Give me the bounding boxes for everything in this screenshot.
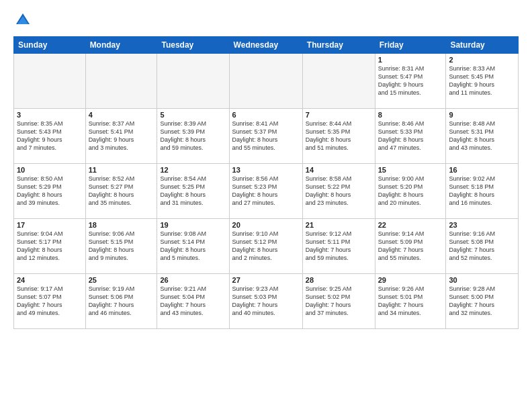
day-info: Sunrise: 9:14 AM Sunset: 5:09 PM Dayligh… [378, 230, 443, 263]
day-info: Sunrise: 9:19 AM Sunset: 5:06 PM Dayligh… [89, 285, 154, 318]
logo [13, 11, 35, 30]
calendar-cell: 8Sunrise: 8:46 AM Sunset: 5:33 PM Daylig… [375, 109, 446, 164]
calendar-cell: 30Sunrise: 9:28 AM Sunset: 5:00 PM Dayli… [446, 274, 519, 329]
day-number: 30 [449, 276, 515, 284]
header [13, 11, 519, 30]
day-number: 17 [17, 221, 83, 229]
calendar-cell: 20Sunrise: 9:10 AM Sunset: 5:12 PM Dayli… [229, 219, 302, 274]
day-number: 4 [89, 111, 154, 119]
calendar-cell: 4Sunrise: 8:37 AM Sunset: 5:41 PM Daylig… [85, 109, 157, 164]
day-number: 14 [306, 166, 372, 174]
calendar-cell: 19Sunrise: 9:08 AM Sunset: 5:14 PM Dayli… [157, 219, 229, 274]
calendar-week-row: 1Sunrise: 8:31 AM Sunset: 5:47 PM Daylig… [14, 54, 519, 109]
calendar-cell [302, 54, 375, 109]
day-info: Sunrise: 9:10 AM Sunset: 5:12 PM Dayligh… [232, 230, 300, 263]
calendar-weekday-sunday: Sunday [14, 37, 86, 54]
day-info: Sunrise: 8:56 AM Sunset: 5:23 PM Dayligh… [232, 175, 300, 208]
calendar-weekday-saturday: Saturday [446, 37, 519, 54]
day-info: Sunrise: 8:35 AM Sunset: 5:43 PM Dayligh… [17, 120, 83, 152]
day-number: 20 [232, 221, 300, 229]
day-info: Sunrise: 9:12 AM Sunset: 5:11 PM Dayligh… [306, 230, 372, 263]
day-number: 10 [17, 166, 83, 174]
calendar-cell [157, 54, 229, 109]
day-number: 15 [378, 166, 443, 174]
page: SundayMondayTuesdayWednesdayThursdayFrid… [0, 0, 532, 411]
day-number: 27 [232, 276, 300, 284]
calendar-cell: 3Sunrise: 8:35 AM Sunset: 5:43 PM Daylig… [14, 109, 86, 164]
calendar-cell: 27Sunrise: 9:23 AM Sunset: 5:03 PM Dayli… [229, 274, 302, 329]
day-info: Sunrise: 9:04 AM Sunset: 5:17 PM Dayligh… [17, 230, 83, 263]
day-info: Sunrise: 9:28 AM Sunset: 5:00 PM Dayligh… [449, 285, 515, 318]
calendar-weekday-thursday: Thursday [302, 37, 375, 54]
day-info: Sunrise: 8:39 AM Sunset: 5:39 PM Dayligh… [160, 120, 226, 152]
calendar-cell: 10Sunrise: 8:50 AM Sunset: 5:29 PM Dayli… [14, 164, 86, 219]
calendar-cell: 29Sunrise: 9:26 AM Sunset: 5:01 PM Dayli… [375, 274, 446, 329]
day-info: Sunrise: 8:58 AM Sunset: 5:22 PM Dayligh… [306, 175, 372, 208]
calendar-cell: 16Sunrise: 9:02 AM Sunset: 5:18 PM Dayli… [446, 164, 519, 219]
day-number: 3 [17, 111, 83, 119]
calendar-cell: 7Sunrise: 8:44 AM Sunset: 5:35 PM Daylig… [302, 109, 375, 164]
day-info: Sunrise: 9:02 AM Sunset: 5:18 PM Dayligh… [449, 175, 515, 208]
day-number: 16 [449, 166, 515, 174]
day-number: 22 [378, 221, 443, 229]
day-number: 12 [160, 166, 226, 174]
day-info: Sunrise: 9:16 AM Sunset: 5:08 PM Dayligh… [449, 230, 515, 263]
calendar-cell: 9Sunrise: 8:48 AM Sunset: 5:31 PM Daylig… [446, 109, 519, 164]
day-info: Sunrise: 8:33 AM Sunset: 5:45 PM Dayligh… [449, 64, 515, 97]
day-number: 19 [160, 221, 226, 229]
day-info: Sunrise: 9:26 AM Sunset: 5:01 PM Dayligh… [378, 285, 443, 318]
day-info: Sunrise: 8:44 AM Sunset: 5:35 PM Dayligh… [306, 120, 372, 152]
calendar-cell: 15Sunrise: 9:00 AM Sunset: 5:20 PM Dayli… [375, 164, 446, 219]
day-number: 5 [160, 111, 226, 119]
calendar-cell [85, 54, 157, 109]
day-number: 1 [378, 56, 443, 64]
day-info: Sunrise: 8:52 AM Sunset: 5:27 PM Dayligh… [89, 175, 154, 208]
calendar-cell: 6Sunrise: 8:41 AM Sunset: 5:37 PM Daylig… [229, 109, 302, 164]
day-info: Sunrise: 9:00 AM Sunset: 5:20 PM Dayligh… [378, 175, 443, 208]
calendar-week-row: 10Sunrise: 8:50 AM Sunset: 5:29 PM Dayli… [14, 164, 519, 219]
day-info: Sunrise: 9:25 AM Sunset: 5:02 PM Dayligh… [306, 285, 372, 318]
day-info: Sunrise: 8:41 AM Sunset: 5:37 PM Dayligh… [232, 120, 300, 152]
calendar-cell: 22Sunrise: 9:14 AM Sunset: 5:09 PM Dayli… [375, 219, 446, 274]
day-number: 25 [89, 276, 154, 284]
day-number: 28 [306, 276, 372, 284]
day-info: Sunrise: 8:54 AM Sunset: 5:25 PM Dayligh… [160, 175, 226, 208]
calendar-cell: 18Sunrise: 9:06 AM Sunset: 5:15 PM Dayli… [85, 219, 157, 274]
day-info: Sunrise: 8:46 AM Sunset: 5:33 PM Dayligh… [378, 120, 443, 152]
day-info: Sunrise: 8:50 AM Sunset: 5:29 PM Dayligh… [17, 175, 83, 208]
calendar-cell: 12Sunrise: 8:54 AM Sunset: 5:25 PM Dayli… [157, 164, 229, 219]
calendar-cell: 2Sunrise: 8:33 AM Sunset: 5:45 PM Daylig… [446, 54, 519, 109]
calendar-table: SundayMondayTuesdayWednesdayThursdayFrid… [13, 36, 519, 329]
calendar-cell: 24Sunrise: 9:17 AM Sunset: 5:07 PM Dayli… [14, 274, 86, 329]
day-number: 9 [449, 111, 515, 119]
calendar-cell [14, 54, 86, 109]
calendar-header-row: SundayMondayTuesdayWednesdayThursdayFrid… [14, 37, 519, 54]
day-number: 8 [378, 111, 443, 119]
calendar-week-row: 3Sunrise: 8:35 AM Sunset: 5:43 PM Daylig… [14, 109, 519, 164]
day-number: 2 [449, 56, 515, 64]
day-number: 29 [378, 276, 443, 284]
logo-icon [13, 11, 32, 30]
calendar-cell: 23Sunrise: 9:16 AM Sunset: 5:08 PM Dayli… [446, 219, 519, 274]
calendar-cell: 28Sunrise: 9:25 AM Sunset: 5:02 PM Dayli… [302, 274, 375, 329]
day-info: Sunrise: 8:31 AM Sunset: 5:47 PM Dayligh… [378, 64, 443, 97]
day-number: 24 [17, 276, 83, 284]
calendar-week-row: 24Sunrise: 9:17 AM Sunset: 5:07 PM Dayli… [14, 274, 519, 329]
day-number: 7 [306, 111, 372, 119]
day-info: Sunrise: 9:17 AM Sunset: 5:07 PM Dayligh… [17, 285, 83, 318]
day-info: Sunrise: 8:37 AM Sunset: 5:41 PM Dayligh… [89, 120, 154, 152]
calendar-cell: 1Sunrise: 8:31 AM Sunset: 5:47 PM Daylig… [375, 54, 446, 109]
calendar-cell: 14Sunrise: 8:58 AM Sunset: 5:22 PM Dayli… [302, 164, 375, 219]
day-number: 18 [89, 221, 154, 229]
calendar-cell: 17Sunrise: 9:04 AM Sunset: 5:17 PM Dayli… [14, 219, 86, 274]
calendar-week-row: 17Sunrise: 9:04 AM Sunset: 5:17 PM Dayli… [14, 219, 519, 274]
day-number: 26 [160, 276, 226, 284]
day-number: 6 [232, 111, 300, 119]
calendar-cell [229, 54, 302, 109]
calendar-cell: 25Sunrise: 9:19 AM Sunset: 5:06 PM Dayli… [85, 274, 157, 329]
day-number: 11 [89, 166, 154, 174]
day-number: 23 [449, 221, 515, 229]
calendar-weekday-friday: Friday [375, 37, 446, 54]
day-info: Sunrise: 9:23 AM Sunset: 5:03 PM Dayligh… [232, 285, 300, 318]
calendar-cell: 26Sunrise: 9:21 AM Sunset: 5:04 PM Dayli… [157, 274, 229, 329]
